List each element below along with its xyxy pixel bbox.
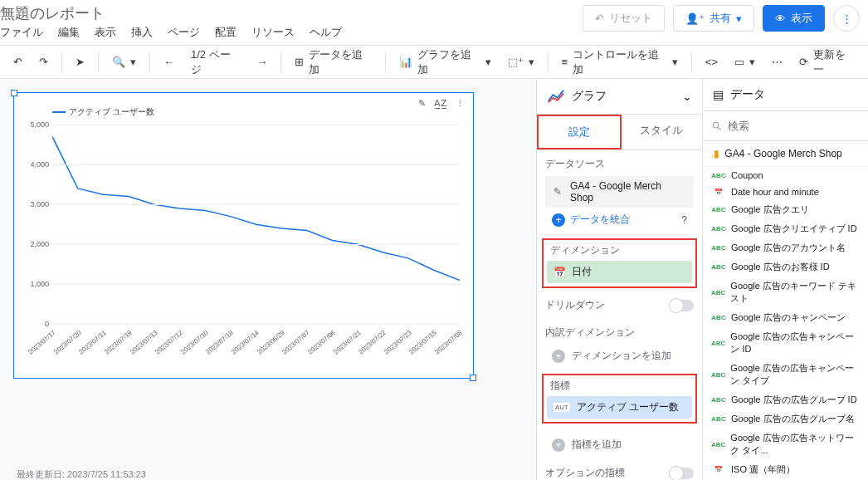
chart-type-selector[interactable]: グラフ ⌄ [537,79,702,115]
undo-icon: ↶ [13,56,22,68]
image-button[interactable]: ▭ ▾ [728,51,762,73]
menubar: ファイル 編集 表示 挿入 ページ 配置 リソース ヘルプ [0,25,342,40]
dimension-chip[interactable]: 📅 日付 [547,261,692,283]
datasource-row[interactable]: .▮ GA4 - Google Merch Shop [703,141,868,167]
image-icon: ▭ [734,56,744,68]
add-control-button[interactable]: ≡ コントロールを追加 ▾ [555,42,685,82]
menu-file[interactable]: ファイル [0,25,43,40]
field-row[interactable]: ABCGoogle 広告クリエイティブ ID [703,219,868,238]
add-chart-button[interactable]: 📊 グラフを追加 ▾ [393,42,497,82]
refresh-button[interactable]: ⟳ 更新を一 [792,42,861,82]
add-metric-button[interactable]: + 指標を追加 [545,433,694,456]
line-chart[interactable]: ✎ A̲Z̲ ⋮ アクティブ ユーザー数 01,0002,0003,0004,0… [13,92,474,379]
optional-metric-toggle[interactable] [671,468,694,479]
abc-type-icon: ABC [711,396,726,404]
x-tick: 2023/07/07 [281,329,311,356]
help-icon[interactable]: ? [681,214,687,226]
field-label: Google 広告のキャンペーン [731,311,846,324]
x-tick: 2023/07/19 [103,329,133,356]
chart-add-icon: 📊 [399,56,412,68]
menu-resource[interactable]: リソース [251,25,295,40]
tab-style[interactable]: スタイル [622,115,703,149]
field-label: Google 広告のアカウント名 [731,242,846,254]
field-row[interactable]: ABCGoogle 広告のキャンペーン [703,308,868,327]
metric-highlight: 指標 AUT アクティブ ユーザー数 [542,374,697,424]
undo-button[interactable]: ↶ [7,51,29,73]
chart-edit-icon[interactable]: ✎ [418,98,426,109]
field-label: Google 広告クリエイティブ ID [731,223,857,235]
dimension-highlight: ディメンション 📅 日付 [542,238,697,288]
field-search-input[interactable] [710,116,861,135]
last-updated-label: 最終更新日: 2023/7/25 11:53:23 [17,468,146,480]
datasource-label: データソース [545,157,694,171]
data-add-icon: ⊞ [295,56,304,68]
redo-button[interactable]: ↷ [32,51,55,73]
menu-arrange[interactable]: 配置 [215,25,237,40]
menu-view[interactable]: 表示 [95,25,116,40]
dimension-label: ディメンション [547,243,692,261]
zoom-icon: 🔍 [112,56,125,68]
add-dimension-button[interactable]: + ディメンションを追加 [545,345,694,367]
field-label: Google 広告のお客様 ID [731,261,830,273]
metric-chip[interactable]: AUT アクティブ ユーザー数 [547,396,692,419]
field-row[interactable]: ABCGoogle 広告の広告キャンペーン タイプ [703,359,868,390]
calendar-icon: 📅 [553,267,565,278]
field-row[interactable]: ABCGoogle 広告の広告ネットワーク タイ... [703,429,868,460]
field-row[interactable]: ABCGoogle 広告のキーワード テキスト [703,277,868,308]
menu-insert[interactable]: 挿入 [131,25,153,40]
blend-data-button[interactable]: + データを統合 ? [545,208,694,232]
reset-button[interactable]: ↶ リセット [583,5,665,32]
menu-edit[interactable]: 編集 [58,25,80,40]
field-row[interactable]: ABCGoogle 広告のお客様 ID [703,257,868,277]
calendar-type-icon: 📅 [711,466,726,473]
selection-tool[interactable]: ➤ [69,51,91,73]
community-viz-button[interactable]: ⬚⁺ ▾ [501,51,541,73]
field-row[interactable]: ABCGoogle 広告のアカウント名 [703,238,868,257]
add-data-button[interactable]: ⊞ データを追加 [288,42,378,82]
field-row[interactable]: ABCGoogle 広告クエリ [703,200,868,219]
prev-page-button[interactable]: ← [157,51,181,73]
chart-plot-area: 01,0002,0003,0004,0005,000 2023/07/17202… [52,125,460,324]
field-row[interactable]: ABCGoogle 広告の広告グループ ID [703,390,868,409]
more-horiz-icon: ⋯ [772,56,783,68]
tab-settings[interactable]: 設定 [537,115,622,149]
drilldown-toggle[interactable] [671,300,694,311]
field-label: Google 広告の広告グループ名 [731,413,855,425]
field-row[interactable]: 📅ISO 週（年間） [703,460,868,479]
refresh-icon: ⟳ [799,56,808,68]
more-tools-button[interactable]: ⋯ [765,51,789,73]
breakdown-dimension-label: 内訳ディメンション [545,326,694,340]
aut-badge: AUT [553,403,570,412]
field-label: Google 広告の広告キャンペーン タイプ [730,362,860,387]
x-tick: 2023/06/29 [256,329,285,356]
page-indicator[interactable]: 1/2 ページ [184,42,246,82]
field-label: ISO 週（年間） [731,463,795,476]
chart-sort-icon[interactable]: A̲Z̲ [434,98,447,109]
menu-help[interactable]: ヘルプ [310,25,342,40]
metric-label: 指標 [547,379,692,396]
optional-metric-row: オプションの指標 [537,459,702,480]
field-row[interactable]: ABCCoupon [703,167,868,184]
more-options-button[interactable]: ⋮ [833,5,860,32]
menu-page[interactable]: ページ [168,25,200,40]
data-icon: ▤ [713,88,724,101]
code-icon: <> [705,56,718,68]
zoom-tool[interactable]: 🔍 ▾ [105,51,143,73]
field-label: Google 広告のキーワード テキスト [730,280,860,305]
field-row[interactable]: ABCGoogle 広告の広告グループ名 [703,409,868,429]
canvas[interactable]: ✎ A̲Z̲ ⋮ アクティブ ユーザー数 01,0002,0003,0004,0… [0,79,536,480]
x-tick: 2023/07/17 [27,329,56,356]
share-button[interactable]: 👤⁺ 共有 ▾ [673,5,754,32]
field-row[interactable]: 📅Date hour and minute [703,184,868,200]
field-label: Google 広告クエリ [731,203,809,216]
next-page-button[interactable]: → [250,51,274,73]
report-title[interactable]: 無題のレポート [0,0,342,25]
field-row[interactable]: ABCGoogle 広告の広告キャンペーン ID [703,327,868,359]
abc-type-icon: ABC [711,371,725,379]
datasource-chip[interactable]: ✎ GA4 - Google Merch Shop [545,176,694,208]
abc-type-icon: ABC [711,244,726,252]
view-button[interactable]: 👁 表示 [763,5,825,32]
x-tick: 2023/07/21 [332,329,362,356]
embed-button[interactable]: <> [699,51,724,73]
chart-more-icon[interactable]: ⋮ [456,98,465,109]
